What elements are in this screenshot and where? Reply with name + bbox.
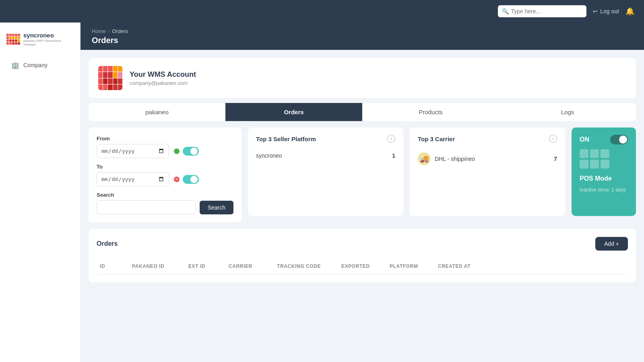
search-label: Search [97,192,233,198]
logo-dot [9,37,12,39]
pos-grid [580,149,628,169]
tab-orders[interactable]: Orders [225,103,362,121]
tab-pakaneo[interactable]: pakaneo [89,103,225,121]
pos-toggle[interactable] [610,135,628,144]
carrier-logo-icon: 🚚 [418,152,431,165]
col-exported: EXPORTED [338,262,386,271]
logo-dot [9,34,12,36]
cards-row: From To [89,128,636,222]
pos-grid-cell [601,160,609,169]
logo-dot [15,37,17,39]
main-layout: syncroneo pakaneo ERP connections manage… [0,23,644,362]
logo-dot [18,37,20,39]
order-search-input[interactable] [97,200,196,214]
tab-products[interactable]: Products [362,103,499,121]
to-date-input[interactable] [97,172,169,186]
top3-carrier-name-0: DHL - shippineo [435,156,475,162]
col-platform: PLATFORM [386,262,435,271]
logo-dot [9,42,12,45]
tab-logs[interactable]: Logs [499,103,636,121]
logo-dot [15,42,17,45]
toggle-active-dot [174,148,180,154]
logout-arrow-icon: ↩ [593,8,598,14]
logo-dot [18,39,20,42]
search-wrapper: 🔍 [498,5,586,17]
top3-seller-card: Top 3 Seller Platform i syncroneo 1 [248,128,403,216]
page-title: Orders [92,36,633,50]
toggle-knob-2 [190,176,198,183]
sidebar: syncroneo pakaneo ERP connections manage… [0,23,80,362]
breadcrumb-current: Orders [112,28,128,34]
top3-seller-count-0: 1 [392,152,395,159]
orders-section: Orders Add + ID PAKANEO ID EXT ID CARRIE… [89,229,636,282]
notification-bell-icon[interactable]: 🔔 [625,7,634,16]
search-button[interactable]: Search [200,201,233,214]
top3-seller-header: Top 3 Seller Platform i [256,135,395,143]
toggle-switch-1[interactable] [183,147,199,156]
pos-mode-card: ON POS Mode Inactive since: 2 days [572,128,636,216]
pos-grid-cell [580,160,588,169]
toggle-group-2: ✕ [174,175,199,184]
toggle-knob-1 [190,148,198,155]
col-created-at: CREATED AT [435,262,491,271]
from-date-input[interactable] [97,144,169,158]
top-bar: 🔍 ↩ Log out 🔔 [0,0,644,23]
from-label: From [97,136,233,142]
content-area: Home / Orders Orders [80,23,644,362]
add-button[interactable]: Add + [595,237,628,251]
logo-dot [6,42,9,45]
tabs-bar: pakaneo Orders Products Logs [89,103,636,121]
search-icon: 🔍 [502,8,509,14]
pos-toggle-knob [619,136,627,144]
col-carrier: CARRIER [225,262,274,271]
from-date-row [97,144,233,158]
logo-dot [12,34,14,36]
top3-carrier-info-icon[interactable]: i [549,135,557,143]
pos-mode-label: POS Mode [580,175,628,182]
toggle-switch-2[interactable] [183,175,199,184]
table-header: ID PAKANEO ID EXT ID CARRIER TRACKING CO… [97,259,628,274]
breadcrumb: Home / Orders [92,28,633,34]
logo-text-area: syncroneo pakaneo ERP connections manage… [23,32,74,46]
sidebar-item-company-label: Company [23,62,47,68]
top3-carrier-count-0: 7 [554,156,557,162]
logo-dot [15,39,17,42]
top3-seller-name-0: syncroneo [256,152,282,159]
account-email: company@pakaneo.com [130,80,196,86]
logo-area: syncroneo pakaneo ERP connections manage… [6,32,74,46]
filter-card: From To [89,128,242,222]
logo-subtitle: pakaneo ERP connections manager [23,39,74,46]
col-pakaneo-id: PAKANEO ID [129,262,185,271]
to-date-row: ✕ [97,172,233,186]
pos-grid-cell [580,149,588,158]
toggle-group [174,147,199,156]
top3-carrier-card: Top 3 Carrier i 🚚 DHL - shippineo 7 [410,128,565,216]
sidebar-item-company[interactable]: 🏢 Company [6,58,74,73]
top3-seller-info-icon[interactable]: i [387,135,395,143]
logout-button[interactable]: ↩ Log out [593,8,619,14]
col-ext-id: EXT ID [185,262,225,271]
logo-dot [15,34,17,36]
top3-carrier-row-0: 🚚 DHL - shippineo 7 [418,149,557,169]
pos-inactive-label: Inactive since: 2 days [580,187,628,193]
logo-dot [12,37,14,39]
pos-grid-cell [590,149,599,158]
orders-title: Orders [97,240,118,247]
logo-dot [6,34,9,36]
logo-dot [12,39,14,42]
toggle-row-1 [174,147,199,156]
account-card: Your WMS Account company@pakaneo.com [89,58,636,98]
search-row: Search [97,200,233,214]
search-input[interactable] [498,5,586,17]
top3-carrier-title: Top 3 Carrier [418,136,455,142]
pos-grid-cell [590,160,599,169]
logo-dot [6,37,9,39]
pos-grid-cell [601,149,609,158]
logo-dot [6,39,9,42]
to-label: To [97,164,233,170]
account-info: Your WMS Account company@pakaneo.com [130,70,196,86]
col-tracking-code: TRACKING CODE [274,262,338,271]
breadcrumb-home[interactable]: Home [92,28,106,34]
orders-header: Orders Add + [97,237,628,251]
top3-carrier-header: Top 3 Carrier i [418,135,557,143]
